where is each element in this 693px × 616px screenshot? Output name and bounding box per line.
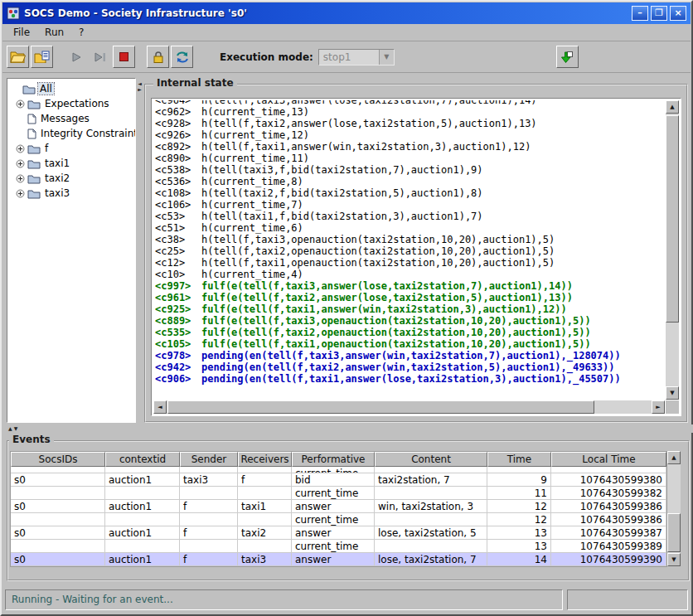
events-vscrollbar[interactable]: ▲ ▼ bbox=[667, 451, 681, 566]
menu-help[interactable]: ? bbox=[71, 25, 91, 40]
state-line-text: h(tell(f,taxi2,openauction(taxi2station,… bbox=[201, 245, 555, 257]
table-cell bbox=[105, 467, 180, 473]
tree-item-messages[interactable]: Messages bbox=[8, 111, 134, 126]
state-line-tag: <c961> bbox=[155, 292, 201, 303]
table-row[interactable]: s0auction1ftaxi2answerlose, taxi2station… bbox=[11, 526, 666, 540]
events-header: SocsIDscontextidSenderReceiversPerformat… bbox=[11, 452, 666, 467]
table-cell bbox=[11, 540, 105, 553]
state-line-text: h(tell(f,taxi3,openauction(taxi2station,… bbox=[201, 234, 555, 245]
table-cell: 13 bbox=[487, 526, 551, 540]
state-line-text: pending(en(tell(f,taxi2,answer(win,taxi2… bbox=[201, 361, 615, 373]
table-cell: 1076430599390 bbox=[551, 553, 666, 566]
open-button[interactable] bbox=[7, 46, 29, 68]
state-line: <c925>fulf(e(tell(f,taxi1,answer(win,tax… bbox=[155, 303, 664, 315]
state-line: <c538>h(tell(taxi3,f,bid(taxi2station,7)… bbox=[155, 164, 664, 176]
internal-state-view: <c964>h(tell(f,taxi3,answer(lose,taxi2st… bbox=[151, 98, 681, 416]
scrollbar-track[interactable] bbox=[666, 114, 679, 386]
lock-button[interactable] bbox=[147, 46, 169, 68]
state-line-tag: <c942> bbox=[155, 361, 201, 373]
column-header-local-time[interactable]: Local Time bbox=[551, 452, 666, 467]
state-line: <c10>h(current_time,4) bbox=[155, 269, 664, 280]
tree-item-all[interactable]: All bbox=[8, 81, 134, 96]
table-row[interactable]: s0auction1ftaxi1answerwin, taxi2station,… bbox=[11, 500, 666, 513]
state-line: <c964>h(tell(f,taxi3,answer(lose,taxi2st… bbox=[155, 100, 664, 106]
tree-item-f[interactable]: f bbox=[8, 141, 134, 156]
maximize-button[interactable]: ❐ bbox=[651, 6, 667, 21]
table-row[interactable]: current_time121076430599386 bbox=[11, 513, 666, 526]
state-line-text: pending(en(tell(f,taxi1,answer(lose,taxi… bbox=[201, 373, 621, 385]
internal-state-vscrollbar[interactable]: ▲ ▼ bbox=[666, 100, 679, 400]
scrollbar-track[interactable] bbox=[667, 464, 681, 553]
state-line-text: h(current_time,8) bbox=[201, 176, 303, 187]
table-row[interactable]: current_time bbox=[11, 467, 666, 473]
state-line-text: h(tell(taxi3,f,bid(taxi2station,7),aucti… bbox=[201, 164, 483, 176]
scroll-up-icon[interactable]: ▲ bbox=[667, 451, 681, 464]
tree-item-label: taxi3 bbox=[43, 187, 71, 199]
menu-run[interactable]: Run bbox=[37, 25, 71, 40]
execution-mode-select[interactable]: stop1 ▼ bbox=[318, 49, 395, 65]
stop-button[interactable] bbox=[113, 46, 135, 68]
events-panel: Events SocsIDscontextidSenderReceiversPe… bbox=[5, 433, 691, 583]
expand-icon[interactable] bbox=[15, 99, 25, 109]
divider-collapse-up-icon[interactable]: ▲ bbox=[8, 426, 12, 431]
refresh-button[interactable] bbox=[171, 46, 193, 68]
table-cell: lose, taxi2station, 7 bbox=[375, 553, 487, 566]
play-button[interactable] bbox=[65, 46, 87, 68]
scroll-down-icon[interactable]: ▼ bbox=[667, 553, 681, 566]
tree-item-taxi3[interactable]: taxi3 bbox=[8, 186, 134, 201]
column-header-contextid[interactable]: contextid bbox=[105, 452, 180, 467]
folder-icon bbox=[27, 173, 41, 184]
state-line-tag: <c890> bbox=[155, 153, 201, 164]
column-header-sender[interactable]: Sender bbox=[180, 452, 238, 467]
state-line: <c105>fulf(e(tell(f,taxi1,openauction(ta… bbox=[155, 338, 664, 350]
scroll-down-icon[interactable]: ▼ bbox=[666, 386, 679, 400]
scrollbar-thumb[interactable] bbox=[167, 400, 594, 414]
tree-item-integrity-constraints[interactable]: Integrity Constraints bbox=[8, 126, 134, 141]
step-button[interactable] bbox=[89, 46, 111, 68]
tree-item-taxi1[interactable]: taxi1 bbox=[8, 156, 134, 171]
state-line-tag: <c51> bbox=[155, 222, 201, 234]
column-header-performative[interactable]: Performative bbox=[292, 452, 375, 467]
table-cell: s0 bbox=[11, 553, 105, 566]
apply-state-button[interactable] bbox=[556, 46, 579, 68]
table-cell: s0 bbox=[11, 473, 105, 487]
column-header-content[interactable]: Content bbox=[375, 452, 487, 467]
table-row[interactable]: current_time131076430599389 bbox=[11, 540, 666, 553]
tree-item-expectations[interactable]: Expectations bbox=[8, 96, 134, 111]
minimize-button[interactable]: – bbox=[632, 6, 648, 21]
menu-file[interactable]: File bbox=[6, 25, 37, 40]
scrollbar-thumb[interactable] bbox=[666, 115, 679, 323]
stop-icon bbox=[119, 52, 128, 61]
tree-item-taxi2[interactable]: taxi2 bbox=[8, 171, 134, 186]
scroll-right-icon[interactable]: ► bbox=[652, 400, 665, 414]
expand-icon[interactable] bbox=[15, 159, 25, 168]
table-cell: s0 bbox=[11, 500, 105, 513]
state-line-tag: <c964> bbox=[155, 100, 201, 106]
table-cell bbox=[180, 513, 238, 526]
state-line-text: h(tell(taxi1,f,bid(taxi2station,3),aucti… bbox=[201, 211, 483, 222]
tree-item-label: taxi2 bbox=[43, 172, 71, 184]
internal-state-hscrollbar[interactable]: ◄ ► bbox=[153, 400, 665, 414]
scrollbar-thumb[interactable] bbox=[667, 513, 681, 552]
state-line-tag: <c25> bbox=[155, 245, 201, 257]
close-button[interactable]: × bbox=[670, 6, 686, 21]
expand-icon[interactable] bbox=[15, 144, 25, 153]
open-state-button[interactable] bbox=[31, 46, 53, 68]
table-cell: answer bbox=[292, 553, 375, 566]
scroll-left-icon[interactable]: ◄ bbox=[153, 400, 167, 414]
table-row[interactable]: s0auction1taxi3fbidtaxi2station, 7910764… bbox=[11, 473, 666, 487]
scroll-up-icon[interactable]: ▲ bbox=[666, 100, 679, 114]
table-cell bbox=[238, 467, 292, 473]
column-header-time[interactable]: Time bbox=[487, 452, 551, 467]
vertical-split-divider[interactable]: ◄ ► bbox=[137, 78, 143, 423]
expand-icon[interactable] bbox=[15, 174, 25, 183]
divider-expand-down-icon[interactable]: ▼ bbox=[14, 426, 18, 431]
divider-expand-right-icon[interactable]: ► bbox=[138, 87, 142, 92]
column-header-socsids[interactable]: SocsIDs bbox=[11, 452, 105, 467]
table-row[interactable]: s0auction1ftaxi3answerlose, taxi2station… bbox=[11, 553, 666, 566]
table-row[interactable]: current_time111076430599382 bbox=[11, 487, 666, 500]
scrollbar-track[interactable] bbox=[167, 400, 652, 414]
horizontal-split-divider[interactable]: ▲ ▼ bbox=[3, 424, 693, 433]
expand-icon[interactable] bbox=[15, 189, 25, 198]
column-header-receivers[interactable]: Receivers bbox=[238, 452, 292, 467]
